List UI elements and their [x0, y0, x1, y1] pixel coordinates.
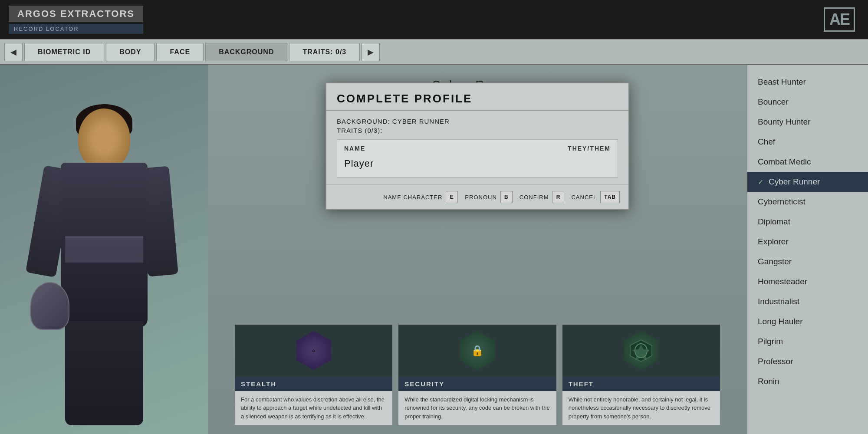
bg-item-homesteader-label: Homesteader — [758, 277, 807, 286]
nav-bar: ◀ BIOMETRIC ID BODY FACE BACKGROUND TRAI… — [0, 39, 868, 65]
bg-item-cyberneticist-label: Cyberneticist — [758, 197, 806, 207]
char-legs — [65, 321, 143, 425]
pronoun-btn[interactable]: PRONOUN B — [465, 191, 512, 203]
bg-item-combat-medic[interactable]: Combat Medic — [747, 152, 868, 172]
bg-item-pilgrim[interactable]: Pilgrim — [747, 332, 868, 352]
name-character-key: E — [446, 191, 458, 203]
modal-background-value: Cyber Runner — [392, 118, 450, 125]
modal-name-label: NAME — [344, 145, 365, 152]
modal-background-line: BACKGROUND: Cyber Runner — [337, 118, 618, 125]
bg-item-chef-label: Chef — [758, 137, 775, 147]
bg-item-cyber-runner[interactable]: ✓ Cyber Runner — [747, 172, 868, 192]
bg-item-long-hauler[interactable]: Long Hauler — [747, 312, 868, 332]
bg-item-diplomat-label: Diplomat — [758, 217, 790, 227]
pronoun-key: B — [500, 191, 513, 203]
cancel-btn[interactable]: CANCEL TAB — [571, 191, 620, 203]
main-area: Cyber Runner prestige t, often ◦ STEALTH… — [0, 65, 868, 434]
cancel-label: CANCEL — [571, 194, 597, 201]
bg-item-explorer[interactable]: Explorer — [747, 232, 868, 252]
name-character-label: NAME CHARACTER — [383, 194, 442, 201]
tab-background[interactable]: BACKGROUND — [205, 43, 287, 61]
tab-face[interactable]: FACE — [156, 43, 204, 61]
modal-title: COMPLETE PROFILE — [326, 83, 628, 111]
bg-item-bouncer[interactable]: Bouncer — [747, 92, 868, 112]
modal-overlay: COMPLETE PROFILE BACKGROUND: Cyber Runne… — [208, 65, 746, 434]
bg-item-bounty-hunter-label: Bounty Hunter — [758, 117, 810, 127]
bg-item-industrialist-label: Industrialist — [758, 297, 799, 306]
bg-item-ronin[interactable]: Ronin — [747, 372, 868, 391]
bg-item-homesteader[interactable]: Homesteader — [747, 272, 868, 292]
bg-item-gangster-label: Gangster — [758, 257, 792, 266]
nav-left-arrow[interactable]: ◀ — [4, 43, 23, 61]
confirm-label: CONFIRM — [519, 194, 549, 201]
modal-body: BACKGROUND: Cyber Runner TRAITS (0/3): N… — [326, 111, 628, 184]
tab-body[interactable]: BODY — [106, 43, 155, 61]
complete-profile-modal: COMPLETE PROFILE BACKGROUND: Cyber Runne… — [326, 82, 629, 210]
bg-item-bounty-hunter[interactable]: Bounty Hunter — [747, 112, 868, 132]
nav-right-arrow[interactable]: ▶ — [362, 43, 380, 61]
modal-background-label: BACKGROUND: — [337, 118, 390, 125]
bg-item-bouncer-label: Bouncer — [758, 97, 789, 107]
modal-traits-line: TRAITS (0/3): — [337, 127, 618, 134]
modal-name-header: NAME THEY/THEM — [344, 145, 611, 152]
bg-item-professor-label: Professor — [758, 357, 793, 366]
character-panel — [0, 65, 208, 434]
confirm-btn[interactable]: CONFIRM R — [519, 191, 565, 203]
modal-name-section: NAME THEY/THEM Player — [337, 139, 618, 178]
modal-name-value: Player — [344, 155, 611, 172]
bg-item-long-hauler-label: Long Hauler — [758, 317, 803, 326]
bg-item-cyberneticist[interactable]: Cyberneticist — [747, 192, 868, 212]
modal-actions: NAME CHARACTER E PRONOUN B CONFIRM R CAN… — [326, 184, 628, 209]
bg-item-ronin-label: Ronin — [758, 377, 779, 386]
char-armor — [65, 237, 143, 263]
bg-item-beast-hunter-label: Beast Hunter — [758, 77, 806, 87]
char-helmet — [30, 282, 69, 330]
bg-item-chef[interactable]: Chef — [747, 132, 868, 152]
bg-item-beast-hunter[interactable]: Beast Hunter — [747, 72, 868, 92]
confirm-key: R — [552, 191, 564, 203]
char-head — [78, 108, 130, 169]
background-list-panel: Beast Hunter Bouncer Bounty Hunter Chef … — [746, 65, 868, 434]
cancel-key: TAB — [600, 191, 620, 203]
cyber-runner-checkmark: ✓ — [758, 178, 763, 186]
app-title: ARGOS EXTRACTORS — [9, 6, 143, 22]
app-subtitle: RECORD LOCATOR — [9, 24, 143, 34]
modal-pronoun-label: THEY/THEM — [568, 145, 611, 152]
ae-logo: AE — [824, 7, 855, 32]
bg-item-professor[interactable]: Professor — [747, 352, 868, 372]
info-panel: Cyber Runner prestige t, often ◦ STEALTH… — [208, 65, 746, 434]
char-body — [61, 163, 148, 328]
top-bar: ARGOS EXTRACTORS RECORD LOCATOR AE — [0, 0, 868, 39]
tab-traits[interactable]: TRAITS: 0/3 — [289, 43, 360, 61]
pronoun-label: PRONOUN — [465, 194, 496, 201]
tab-biometric[interactable]: BIOMETRIC ID — [24, 43, 104, 61]
bg-item-explorer-label: Explorer — [758, 237, 789, 247]
title-block: ARGOS EXTRACTORS RECORD LOCATOR — [9, 6, 143, 34]
bg-item-pilgrim-label: Pilgrim — [758, 337, 783, 346]
bg-item-cyber-runner-label: Cyber Runner — [769, 177, 820, 187]
bg-item-diplomat[interactable]: Diplomat — [747, 212, 868, 232]
bg-item-combat-medic-label: Combat Medic — [758, 157, 811, 167]
bg-item-gangster[interactable]: Gangster — [747, 252, 868, 272]
bg-item-industrialist[interactable]: Industrialist — [747, 292, 868, 312]
name-character-btn[interactable]: NAME CHARACTER E — [383, 191, 458, 203]
character-figure — [22, 100, 187, 434]
